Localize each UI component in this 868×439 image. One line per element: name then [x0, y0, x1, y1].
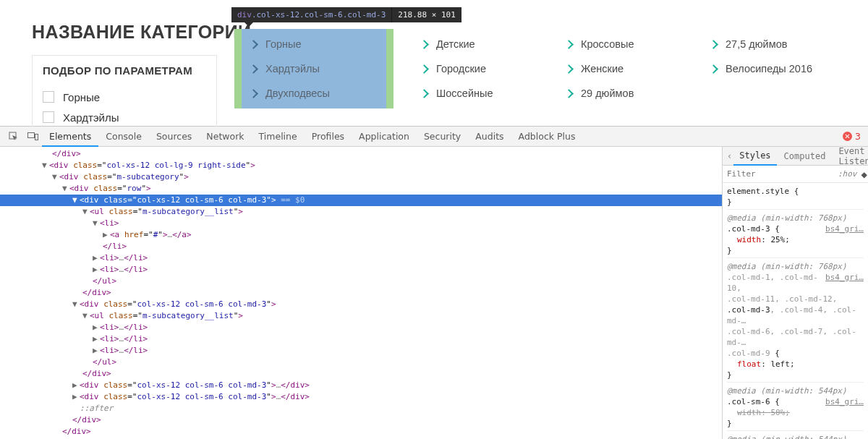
filter-sidebar: ПОДБОР ПО ПАРАМЕТРАМ Горные Хардтэйлы — [32, 55, 217, 128]
filter-checkbox[interactable] — [43, 111, 54, 123]
subcat-link[interactable]: Кроссовые — [547, 32, 692, 56]
chevron-right-icon — [249, 64, 258, 74]
styles-tab-computed[interactable]: Computed — [778, 147, 832, 165]
styles-tabs-prev-icon[interactable]: ‹ — [727, 151, 732, 161]
styles-sidebar: ‹ Styles Computed Event Listeners :hov ◆… — [722, 147, 868, 439]
toggle-hov-button[interactable]: :hov — [838, 169, 857, 179]
selected-dom-node[interactable]: ▼<div class="col-xs-12 col-sm-6 col-md-3… — [0, 195, 722, 206]
device-toolbar-icon[interactable] — [23, 127, 42, 146]
subcat-link[interactable]: Шоссейные — [402, 81, 547, 106]
subcategory-grid: Горные Хардтэйлы Двухподвесы Детские Гор… — [234, 29, 836, 108]
subcat-link[interactable]: Велосипеды 2016 — [692, 56, 836, 81]
tab-profiles[interactable]: Profiles — [305, 127, 352, 146]
subcat-link[interactable]: Женские — [547, 56, 692, 81]
filter-checkbox[interactable] — [43, 91, 54, 103]
tab-sources[interactable]: Sources — [149, 127, 199, 146]
chevron-right-icon — [564, 89, 574, 98]
styles-tab-event-listeners[interactable]: Event Listeners — [833, 147, 868, 165]
pin-icon[interactable]: ◆ — [861, 169, 867, 180]
chevron-right-icon — [249, 89, 258, 98]
filter-label: Хардтэйлы — [63, 111, 119, 124]
styles-rules[interactable]: element.style { } @media (min-width: 768… — [723, 183, 868, 439]
chevron-right-icon — [420, 64, 429, 74]
elements-dom-tree[interactable]: </div> ▼<div class="col-xs-12 col-lg-9 r… — [0, 147, 722, 439]
tab-application[interactable]: Application — [352, 127, 417, 146]
chevron-right-icon — [709, 40, 718, 49]
stylesheet-link[interactable]: bs4_gri… — [825, 272, 864, 283]
subcat-link[interactable]: Городские — [402, 56, 547, 81]
tab-timeline[interactable]: Timeline — [252, 127, 305, 146]
subcat-link[interactable]: Хардтэйлы — [242, 56, 386, 81]
inspect-element-icon[interactable] — [4, 127, 23, 146]
devtools-toolbar: Elements Console Sources Network Timelin… — [0, 127, 868, 147]
svg-rect-2 — [35, 135, 38, 140]
filter-title: ПОДБОР ПО ПАРАМЕТРАМ — [43, 64, 206, 77]
styles-filter-input[interactable] — [727, 169, 833, 179]
chevron-right-icon — [709, 64, 718, 74]
svg-rect-1 — [27, 133, 34, 138]
tab-elements[interactable]: Elements — [42, 127, 98, 147]
subcat-link[interactable]: Детские — [402, 32, 547, 56]
tab-audits[interactable]: Audits — [468, 127, 511, 146]
tab-console[interactable]: Console — [98, 127, 149, 146]
chevron-right-icon — [420, 89, 429, 98]
chevron-right-icon — [564, 64, 574, 74]
filter-checkbox-row[interactable]: Горные — [43, 87, 206, 107]
element-inspector-tooltip: div.col-xs-12.col-sm-6.col-md-3 218.88 ×… — [231, 7, 461, 22]
styles-tab-styles[interactable]: Styles — [733, 148, 776, 166]
subcat-link[interactable]: 29 дюймов — [547, 81, 692, 106]
filter-label: Горные — [63, 91, 100, 103]
devtools-panel: Elements Console Sources Network Timelin… — [0, 126, 868, 439]
subcategory-column: Кроссовые Женские 29 дюймов — [547, 29, 692, 108]
chevron-right-icon — [249, 40, 258, 49]
chevron-right-icon — [420, 40, 429, 49]
stylesheet-link[interactable]: bs4_gri… — [825, 396, 864, 407]
subcategory-column: 27,5 дюймов Велосипеды 2016 — [692, 29, 836, 108]
tab-security[interactable]: Security — [417, 127, 468, 146]
error-count-badge[interactable]: ✕ 3 — [843, 131, 861, 142]
tab-adblock-plus[interactable]: Adblock Plus — [511, 127, 583, 146]
subcategory-column-highlighted: Горные Хардтэйлы Двухподвесы — [234, 29, 393, 108]
tab-network[interactable]: Network — [199, 127, 251, 146]
stylesheet-link[interactable]: bs4_gri… — [825, 223, 864, 234]
subcat-link[interactable]: Двухподвесы — [242, 81, 386, 106]
chevron-right-icon — [564, 40, 574, 49]
filter-checkbox-row[interactable]: Хардтэйлы — [43, 107, 206, 127]
subcat-link[interactable]: Горные — [242, 32, 386, 56]
error-icon: ✕ — [843, 132, 852, 141]
subcategory-column: Детские Городские Шоссейные — [402, 29, 547, 108]
subcat-link[interactable]: 27,5 дюймов — [692, 32, 836, 56]
